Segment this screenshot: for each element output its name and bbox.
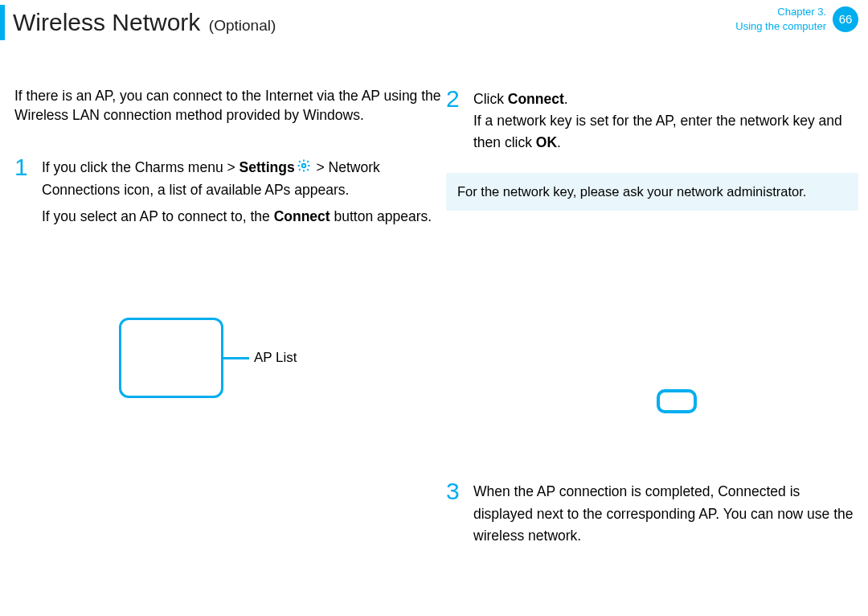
- chapter-line1: Chapter 3.: [735, 5, 826, 19]
- title-block: Wireless Network (Optional): [0, 5, 276, 40]
- step-number-1: 1: [14, 155, 42, 228]
- content-columns: If there is an AP, you can connect to th…: [0, 40, 868, 561]
- svg-point-0: [301, 164, 305, 168]
- step-2-body: Click Connect. If a network key is set f…: [473, 87, 858, 154]
- gear-icon: [297, 158, 311, 179]
- step2-text-1: Click: [473, 91, 508, 107]
- step-3-body: When the AP connection is completed, Con…: [473, 479, 858, 546]
- step1-text-2b: icon, a list of available APs appears.: [124, 182, 349, 198]
- step2-text-2: If a network key is set for the AP, ente…: [473, 113, 842, 150]
- step1-settings-bold: Settings: [240, 159, 295, 175]
- chapter-text: Chapter 3. Using the computer: [735, 5, 826, 33]
- ap-list-label: AP List: [254, 350, 297, 366]
- step1-text-c: > Network: [313, 159, 380, 175]
- chapter-line2: Using the computer: [735, 19, 826, 34]
- left-column: If there is an AP, you can connect to th…: [0, 87, 446, 561]
- step-3: 3 When the AP connection is completed, C…: [446, 479, 858, 546]
- step-1: 1 If you click the Charms menu > Setting…: [14, 155, 446, 228]
- step1-text-3: If you select an AP to connect to, the: [42, 208, 274, 224]
- note-text: For the network key, please ask your net…: [457, 184, 806, 199]
- ap-list-callout: AP List: [119, 318, 446, 398]
- page-title: Wireless Network: [13, 9, 200, 35]
- step-2: 2 Click Connect. If a network key is set…: [446, 87, 858, 154]
- step-number-2: 2: [446, 87, 473, 154]
- step1-text-3after: button appears.: [330, 208, 432, 224]
- step-1-body: If you click the Charms menu > Settings …: [42, 155, 446, 228]
- connect-button-outline: [657, 389, 697, 413]
- title-accent-bar: [0, 5, 5, 40]
- page-number-badge: 66: [833, 6, 858, 32]
- right-column: 2 Click Connect. If a network key is set…: [446, 87, 868, 561]
- step2-text-2after: .: [557, 134, 561, 150]
- ap-list-box: [119, 318, 223, 398]
- page-header: Wireless Network (Optional) Chapter 3. U…: [0, 0, 868, 40]
- step2-text-1after: .: [564, 91, 568, 107]
- step1-connect-bold: Connect: [274, 208, 330, 224]
- page-subtitle: (Optional): [209, 17, 276, 34]
- chapter-block: Chapter 3. Using the computer 66: [735, 5, 858, 33]
- note-box: For the network key, please ask your net…: [446, 173, 858, 211]
- step1-text-2a: Connections: [42, 182, 124, 198]
- step1-text-a: If you click the Charms menu >: [42, 159, 240, 175]
- step2-ok-bold: OK: [536, 134, 557, 150]
- step2-connect-bold: Connect: [508, 91, 564, 107]
- intro-paragraph: If there is an AP, you can connect to th…: [14, 87, 446, 125]
- page-number: 66: [839, 12, 853, 26]
- callout-line: [223, 357, 249, 359]
- step-number-3: 3: [446, 479, 473, 546]
